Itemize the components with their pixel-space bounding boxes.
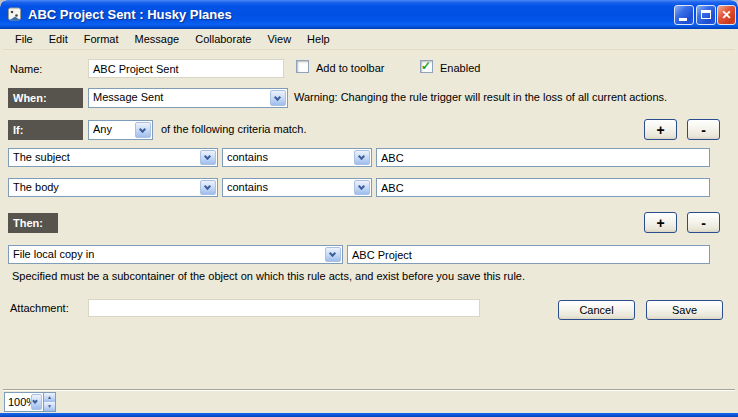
chevron-down-icon[interactable] xyxy=(200,150,216,165)
if-add-button[interactable]: + xyxy=(644,119,677,140)
when-trigger-combo[interactable]: Message Sent xyxy=(88,88,288,108)
window-title: ABC Project Sent : Husky Planes xyxy=(28,0,232,29)
maximize-icon xyxy=(701,10,711,19)
if-remove-button[interactable]: - xyxy=(687,119,720,140)
menu-item-view[interactable]: View xyxy=(259,30,299,48)
name-input[interactable] xyxy=(88,59,284,78)
criterion-operator-value: contains xyxy=(227,151,351,163)
criterion-operator-value: contains xyxy=(227,181,351,193)
action-combo[interactable]: File local copy in xyxy=(8,245,343,264)
criterion-field-value: The body xyxy=(13,181,197,193)
menu-item-message[interactable]: Message xyxy=(127,30,188,48)
close-icon: ✕ xyxy=(718,6,735,24)
check-icon: ✓ xyxy=(421,59,431,73)
chevron-down-icon[interactable] xyxy=(135,122,151,138)
spinner-down-icon[interactable]: ▼ xyxy=(44,402,55,411)
criterion-operator-combo[interactable]: contains xyxy=(222,148,372,167)
menu-item-collaborate[interactable]: Collaborate xyxy=(187,30,259,48)
menu-item-edit[interactable]: Edit xyxy=(41,30,76,48)
when-trigger-value: Message Sent xyxy=(93,91,267,103)
zoom-spinner[interactable]: ▲ ▼ xyxy=(43,393,55,411)
chevron-down-icon[interactable] xyxy=(200,180,216,195)
criterion-operator-combo[interactable]: contains xyxy=(222,178,372,197)
rule-editor-window: ABC Project Sent : Husky Planes ✕ File E… xyxy=(0,0,738,417)
close-button[interactable]: ✕ xyxy=(717,5,736,25)
cancel-button[interactable]: Cancel xyxy=(558,300,635,320)
menu-item-file[interactable]: File xyxy=(7,30,41,48)
zoom-control[interactable]: 100% ▲ ▼ xyxy=(4,392,56,412)
then-section-label: Then: xyxy=(8,213,58,233)
criterion-value-input[interactable] xyxy=(376,148,710,167)
save-button[interactable]: Save xyxy=(646,300,723,320)
zoom-dropdown-button[interactable] xyxy=(31,394,42,410)
attachment-input[interactable] xyxy=(88,299,480,317)
then-remove-button[interactable]: - xyxy=(687,212,720,233)
window-frame-bottom xyxy=(0,413,738,417)
match-mode-combo[interactable]: Any xyxy=(88,120,153,140)
menu-item-format[interactable]: Format xyxy=(76,30,127,48)
app-icon xyxy=(7,6,24,23)
criterion-value-input[interactable] xyxy=(376,178,710,197)
if-criteria-text: of the following criteria match. xyxy=(161,123,307,135)
criterion-field-value: The subject xyxy=(13,151,197,163)
criterion-field-combo[interactable]: The subject xyxy=(8,148,218,167)
when-section-label: When: xyxy=(8,88,83,108)
chevron-down-icon[interactable] xyxy=(325,247,341,262)
spinner-up-icon[interactable]: ▲ xyxy=(44,393,55,402)
add-to-toolbar-checkbox[interactable] xyxy=(296,60,309,73)
statusbar-divider xyxy=(3,389,735,391)
chevron-down-icon[interactable] xyxy=(270,90,286,106)
chevron-down-icon[interactable] xyxy=(354,180,370,195)
enabled-label: Enabled xyxy=(440,62,480,74)
action-target-input[interactable] xyxy=(347,245,710,264)
attachment-label: Attachment: xyxy=(10,302,69,314)
enabled-checkbox[interactable]: ✓ xyxy=(420,60,433,73)
name-label: Name: xyxy=(10,63,42,75)
action-value: File local copy in xyxy=(13,248,322,260)
maximize-button[interactable] xyxy=(696,5,716,25)
when-warning-text: Warning: Changing the rule trigger will … xyxy=(294,91,667,103)
add-to-toolbar-label: Add to toolbar xyxy=(316,62,385,74)
match-mode-value: Any xyxy=(93,123,132,135)
criterion-field-combo[interactable]: The body xyxy=(8,178,218,197)
then-add-button[interactable]: + xyxy=(644,212,677,233)
chevron-down-icon[interactable] xyxy=(354,150,370,165)
rule-note-text: Specified must be a subcontainer of the … xyxy=(12,270,525,282)
minimize-icon xyxy=(679,18,687,21)
menu-item-help[interactable]: Help xyxy=(299,30,338,48)
minimize-button[interactable] xyxy=(674,5,694,25)
if-section-label: If: xyxy=(8,120,83,140)
menu-bar: File Edit Format Message Collaborate Vie… xyxy=(3,29,735,50)
title-bar[interactable]: ABC Project Sent : Husky Planes ✕ xyxy=(0,0,738,29)
